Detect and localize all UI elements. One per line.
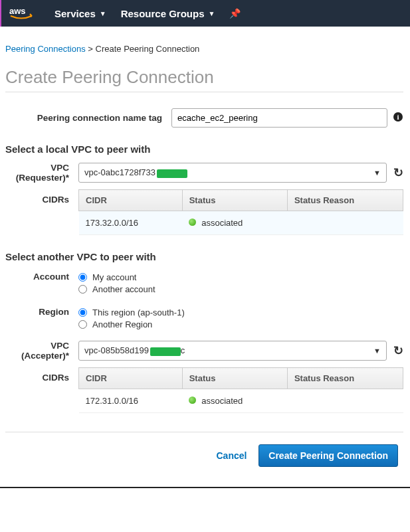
name-tag-input[interactable] bbox=[171, 108, 387, 128]
redacted-text bbox=[157, 169, 187, 178]
radio-another-region-label: Another Region bbox=[92, 319, 152, 329]
cidr-value: 173.32.0.0/16 bbox=[79, 211, 183, 235]
table-row: 172.31.0.0/16 associated bbox=[79, 389, 403, 413]
radio-another-account[interactable] bbox=[78, 285, 87, 294]
vpc-requester-value: vpc-0abc1728f733 bbox=[84, 167, 187, 177]
svg-text:i: i bbox=[397, 113, 399, 121]
radio-another-region[interactable] bbox=[78, 320, 87, 329]
table-row: 173.32.0.0/16 associated bbox=[79, 211, 403, 235]
svg-text:aws: aws bbox=[9, 6, 26, 16]
vpc-requester-select[interactable]: vpc-0abc1728f733 ▼ bbox=[78, 163, 387, 182]
chevron-down-icon: ▼ bbox=[373, 347, 381, 355]
section-local-vpc: Select a local VPC to peer with bbox=[5, 143, 403, 155]
name-tag-label: Peering connection name tag bbox=[5, 113, 171, 123]
vpc-accepter-label: VPC (Accepter)* bbox=[5, 341, 78, 361]
requester-cidr-table: CIDR Status Status Reason 173.32.0.0/16 … bbox=[78, 189, 403, 235]
nav-services-label: Services bbox=[54, 8, 96, 19]
region-label: Region bbox=[5, 306, 78, 317]
create-peering-button[interactable]: Create Peering Connection bbox=[258, 444, 398, 467]
col-status-reason: Status Reason bbox=[287, 190, 403, 211]
page-title: Create Peering Connection bbox=[5, 60, 403, 92]
cancel-button[interactable]: Cancel bbox=[216, 450, 247, 461]
aws-logo[interactable]: aws bbox=[9, 5, 39, 22]
radio-this-region[interactable] bbox=[78, 308, 87, 317]
col-status: Status bbox=[182, 368, 287, 389]
nav-resource-groups[interactable]: Resource Groups ▼ bbox=[121, 8, 215, 19]
radio-this-region-label: This region (ap-south-1) bbox=[92, 308, 185, 317]
breadcrumb: Peering Connections > Create Peering Con… bbox=[5, 44, 403, 54]
status-text: associated bbox=[201, 396, 243, 406]
section-another-vpc: Select another VPC to peer with bbox=[5, 251, 403, 262]
table-header-row: CIDR Status Status Reason bbox=[79, 190, 403, 211]
status-cell: associated bbox=[182, 389, 287, 413]
refresh-icon[interactable]: ↻ bbox=[393, 343, 403, 358]
cidrs-label: CIDRs bbox=[5, 367, 78, 413]
action-buttons: Cancel Create Peering Connection bbox=[5, 432, 403, 474]
status-text: associated bbox=[201, 218, 243, 228]
status-reason bbox=[287, 211, 403, 235]
redacted-text bbox=[150, 347, 181, 356]
breadcrumb-current: Create Peering Connection bbox=[96, 44, 200, 54]
account-label: Account bbox=[5, 270, 78, 282]
col-status: Status bbox=[182, 190, 287, 211]
breadcrumb-link[interactable]: Peering Connections bbox=[5, 44, 86, 54]
radio-my-account[interactable] bbox=[78, 273, 87, 282]
top-nav: aws Services ▼ Resource Groups ▼ 📌 bbox=[0, 0, 410, 27]
cidrs-label: CIDRs bbox=[5, 189, 78, 235]
status-dot-icon bbox=[189, 397, 196, 404]
vpc-requester-label: VPC (Requester)* bbox=[5, 163, 78, 183]
pin-icon[interactable]: 📌 bbox=[229, 8, 241, 19]
chevron-down-icon: ▼ bbox=[209, 10, 215, 17]
status-reason bbox=[287, 389, 403, 413]
nav-resource-groups-label: Resource Groups bbox=[121, 8, 205, 19]
cidr-value: 172.31.0.0/16 bbox=[79, 389, 183, 413]
col-status-reason: Status Reason bbox=[287, 368, 403, 389]
chevron-down-icon: ▼ bbox=[100, 10, 106, 17]
chevron-down-icon: ▼ bbox=[373, 169, 381, 177]
status-cell: associated bbox=[182, 211, 287, 235]
radio-my-account-label: My account bbox=[92, 272, 136, 282]
accepter-cidr-table: CIDR Status Status Reason 172.31.0.0/16 … bbox=[78, 367, 403, 413]
radio-another-account-label: Another account bbox=[92, 284, 155, 294]
table-header-row: CIDR Status Status Reason bbox=[79, 368, 403, 389]
refresh-icon[interactable]: ↻ bbox=[393, 165, 403, 180]
col-cidr: CIDR bbox=[79, 190, 183, 211]
status-dot-icon bbox=[189, 219, 196, 226]
col-cidr: CIDR bbox=[79, 368, 183, 389]
info-icon[interactable]: i bbox=[393, 112, 403, 125]
nav-services[interactable]: Services ▼ bbox=[54, 8, 106, 19]
vpc-accepter-value: vpc-085b58d199c bbox=[84, 345, 185, 355]
vpc-accepter-select[interactable]: vpc-085b58d199c ▼ bbox=[78, 341, 387, 360]
footer-divider bbox=[0, 487, 410, 488]
